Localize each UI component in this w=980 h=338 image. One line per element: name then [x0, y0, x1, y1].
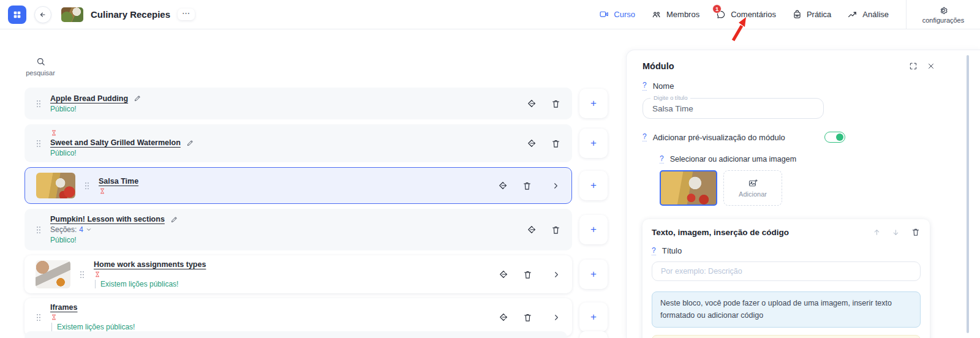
lesson-card-homework[interactable]: Home work assignments types Existem liçõ… [24, 255, 572, 293]
help-icon[interactable]: ? [643, 81, 647, 90]
settings-label: configurações [922, 17, 965, 24]
add-module-button[interactable]: + [579, 89, 608, 118]
titulo-field-label: Título [662, 246, 682, 255]
add-module-button[interactable]: + [579, 302, 608, 332]
drag-handle-icon[interactable] [79, 269, 85, 280]
move-up-icon[interactable] [873, 228, 881, 236]
sections-row: Seções: 4 [50, 225, 178, 234]
content-block-card: Texto, imagem, inserção de código ? Títu… [643, 219, 930, 338]
trash-icon[interactable] [522, 312, 533, 323]
nav-label: Prática [807, 10, 831, 19]
help-icon[interactable]: ? [652, 247, 656, 255]
selected-preview-image[interactable] [660, 170, 717, 206]
block-title-input[interactable] [652, 261, 921, 281]
edit-pencil-icon[interactable] [170, 216, 178, 223]
next-add-button-partial [579, 331, 608, 338]
add-module-button[interactable]: + [579, 129, 608, 158]
drag-handle-icon[interactable] [84, 181, 90, 191]
move-to-icon[interactable] [497, 180, 508, 191]
add-image-button[interactable]: Adicionar [723, 170, 782, 206]
nav-item-curso[interactable]: Curso [599, 9, 635, 20]
lesson-thumbnail [36, 173, 75, 198]
module-editor-panel: Módulo ? Nome Digite o título ? Adiciona… [626, 50, 980, 338]
search-control[interactable]: pesquisar [26, 56, 55, 77]
top-navigation: Curso Membros 1 Comentários Prática Anál… [599, 9, 889, 20]
lesson-card-sweet-and-salty[interactable]: Sweet and Salty Grilled Watermelon Públi… [24, 124, 572, 162]
lesson-card-apple-bread-pudding[interactable]: Apple Bread Pudding Público! [24, 88, 572, 119]
lesson-title-link[interactable]: Home work assignments types [94, 260, 206, 269]
lesson-content: Salsa Time [99, 177, 138, 195]
status-public: Público! [50, 236, 178, 244]
search-icon [36, 56, 46, 67]
lesson-content: Apple Bread Pudding Público! [50, 94, 141, 113]
nav-item-comentarios[interactable]: 1 Comentários [715, 9, 776, 20]
drag-handle-icon[interactable] [36, 99, 42, 109]
close-icon[interactable] [927, 62, 935, 70]
preview-toggle-switch[interactable] [824, 132, 845, 143]
fullscreen-icon[interactable] [909, 62, 918, 70]
lesson-title-link[interactable]: Apple Bread Pudding [50, 94, 128, 103]
drag-handle-icon[interactable] [36, 138, 42, 149]
lesson-row: Iframes Existem lições públicas! + [24, 298, 608, 336]
comments-badge: 1 [712, 4, 722, 13]
delete-block-icon[interactable] [911, 227, 921, 237]
lesson-card-pumpkin[interactable]: Pumpkin! Lesson with sections Seções: 4 … [24, 209, 572, 250]
block-title: Texto, imagem, inserção de código [652, 228, 789, 237]
hourglass-icon [94, 271, 206, 278]
next-lesson-row-partial [24, 331, 567, 338]
hourglass-icon [50, 129, 194, 137]
help-icon[interactable]: ? [660, 155, 664, 163]
trash-icon[interactable] [522, 269, 533, 280]
lesson-title-link[interactable]: Pumpkin! Lesson with sections [50, 215, 165, 223]
sections-count[interactable]: 4 [79, 225, 83, 234]
comments-icon: 1 [715, 9, 726, 20]
lesson-row: Home work assignments types Existem liçõ… [24, 255, 608, 293]
add-module-button[interactable]: + [579, 215, 608, 244]
image-select-label: Selecionar ou adicionar uma imagem [670, 155, 796, 163]
trash-icon[interactable] [551, 138, 561, 149]
search-label: pesquisar [26, 69, 55, 77]
grid-icon [12, 10, 22, 20]
panel-scrollbar[interactable] [967, 55, 969, 333]
add-module-button[interactable]: + [579, 260, 608, 289]
more-options-button[interactable]: ⋯ [178, 9, 195, 20]
back-button[interactable] [34, 6, 51, 23]
move-to-icon[interactable] [526, 98, 537, 109]
edit-pencil-icon[interactable] [134, 94, 141, 102]
lesson-card-salsa-time[interactable]: Salsa Time [24, 167, 572, 204]
apps-grid-button[interactable] [8, 6, 26, 24]
chevron-right-icon[interactable] [551, 181, 560, 190]
nav-item-analise[interactable]: Análise [847, 9, 889, 20]
lesson-row: Sweet and Salty Grilled Watermelon Públi… [24, 124, 608, 162]
video-icon [599, 9, 609, 20]
trash-icon[interactable] [551, 99, 561, 109]
back-arrow-icon [39, 10, 47, 19]
chevron-right-icon[interactable] [552, 313, 561, 322]
nav-item-pratica[interactable]: Prática [792, 9, 831, 20]
backpack-icon [792, 9, 802, 20]
trash-icon[interactable] [522, 181, 532, 191]
move-to-icon[interactable] [498, 312, 509, 323]
settings-button[interactable]: configurações [907, 6, 980, 24]
chevron-down-icon[interactable] [86, 227, 92, 233]
trash-icon[interactable] [551, 225, 561, 235]
move-down-icon[interactable] [892, 228, 900, 236]
help-icon[interactable]: ? [643, 133, 647, 141]
add-module-button[interactable]: + [579, 171, 608, 200]
move-to-icon[interactable] [526, 224, 537, 235]
chevron-right-icon[interactable] [552, 270, 561, 279]
lesson-content: Home work assignments types Existem liçõ… [94, 260, 206, 288]
drag-handle-icon[interactable] [36, 225, 42, 235]
module-name-input[interactable] [643, 98, 824, 119]
lesson-card-iframes[interactable]: Iframes Existem lições públicas! [24, 298, 572, 336]
nav-item-membros[interactable]: Membros [651, 9, 699, 20]
move-to-icon[interactable] [498, 269, 509, 280]
panel-title: Módulo [643, 61, 674, 71]
lesson-title-link[interactable]: Salsa Time [99, 177, 138, 186]
move-to-icon[interactable] [526, 138, 537, 149]
drag-handle-icon[interactable] [36, 312, 42, 323]
lesson-title-link[interactable]: Sweet and Salty Grilled Watermelon [50, 138, 181, 147]
lesson-title-link[interactable]: Iframes [50, 303, 77, 312]
block-warning-note: Atenção! Este bloco não é destinado ao u… [652, 335, 921, 338]
edit-pencil-icon[interactable] [186, 139, 194, 147]
